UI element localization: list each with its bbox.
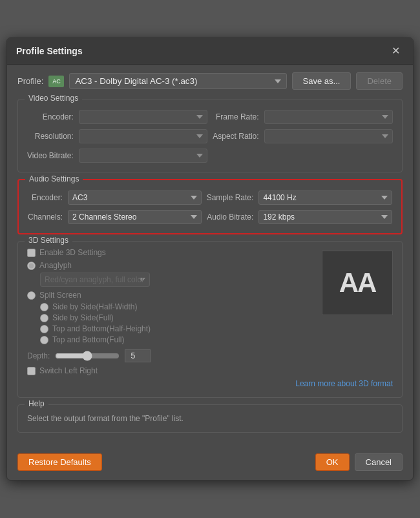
close-button[interactable]: ✕ bbox=[388, 45, 404, 57]
aspect-ratio-label: Aspect Ratio: bbox=[213, 132, 258, 141]
audio-settings-section: Audio Settings Encoder: AC3 Sample Rate:… bbox=[17, 179, 403, 234]
split-screen-radio-item: Split Screen bbox=[27, 291, 315, 300]
3d-settings-title: 3D Settings bbox=[25, 236, 72, 245]
encoder-label: Encoder: bbox=[27, 112, 74, 121]
profile-label: Profile: bbox=[17, 76, 43, 86]
top-bottom-full-radio[interactable] bbox=[40, 336, 48, 344]
frame-rate-select[interactable] bbox=[264, 110, 393, 124]
top-bottom-full-label: Top and Bottom(Full) bbox=[52, 335, 124, 344]
profile-row: Profile: AC AC3 - Dolby Digital AC-3 (*.… bbox=[17, 72, 403, 90]
anaglyph-radio-item: Anaglyph bbox=[27, 261, 315, 270]
profile-select[interactable]: AC3 - Dolby Digital AC-3 (*.ac3) bbox=[69, 73, 286, 89]
anaglyph-mode-select[interactable]: Red/cyan anaglyph, full color bbox=[40, 273, 150, 287]
switch-lr-checkbox[interactable] bbox=[27, 367, 36, 375]
depth-slider[interactable] bbox=[55, 351, 120, 361]
anaglyph-mode-row: Red/cyan anaglyph, full color bbox=[40, 273, 315, 287]
resolution-label: Resolution: bbox=[27, 132, 74, 141]
profile-settings-dialog: Profile Settings ✕ Profile: AC AC3 - Dol… bbox=[6, 37, 414, 481]
help-title: Help bbox=[25, 399, 48, 408]
footer-right: OK Cancel bbox=[315, 453, 403, 471]
audio-encoder-select[interactable]: AC3 bbox=[68, 191, 202, 205]
help-text: Select the output format from the "Profi… bbox=[27, 414, 393, 423]
top-bottom-half-item: Top and Bottom(Half-Height) bbox=[40, 324, 315, 333]
encoder-select[interactable] bbox=[79, 110, 207, 124]
frame-rate-label: Frame Rate: bbox=[213, 112, 258, 121]
save-as-button[interactable]: Save as... bbox=[292, 72, 352, 90]
anaglyph-label: Anaglyph bbox=[39, 261, 72, 270]
depth-row: Depth: bbox=[27, 349, 315, 362]
video-bitrate-select[interactable] bbox=[79, 149, 207, 163]
side-by-side-full-radio[interactable] bbox=[40, 314, 48, 322]
learn-more-row: Learn more about 3D format bbox=[27, 379, 393, 388]
delete-button[interactable]: Delete bbox=[356, 72, 403, 90]
preview-text: AA bbox=[339, 267, 376, 298]
video-bitrate-label: Video Bitrate: bbox=[27, 151, 74, 160]
video-settings-grid: Encoder: Frame Rate: Resolution: Aspect … bbox=[27, 110, 393, 163]
depth-number[interactable] bbox=[125, 349, 151, 362]
channels-label: Channels: bbox=[28, 212, 63, 222]
sample-rate-label: Sample Rate: bbox=[207, 193, 254, 202]
switch-lr-item: Switch Left Right bbox=[27, 366, 315, 375]
depth-label: Depth: bbox=[27, 351, 50, 360]
enable-3d-checkbox[interactable] bbox=[27, 249, 36, 257]
split-screen-options: Side by Side(Half-Width) Side by Side(Fu… bbox=[40, 302, 315, 344]
enable-3d-label: Enable 3D Settings bbox=[39, 248, 106, 257]
sample-rate-select[interactable]: 44100 Hz bbox=[258, 191, 392, 205]
3d-settings-section: 3D Settings Enable 3D Settings Anaglyph … bbox=[17, 241, 403, 398]
anaglyph-radio[interactable] bbox=[27, 262, 36, 270]
audio-bitrate-select[interactable]: 192 kbps bbox=[258, 210, 392, 224]
top-bottom-half-label: Top and Bottom(Half-Height) bbox=[52, 324, 151, 333]
dialog-footer: Restore Defaults OK Cancel bbox=[7, 447, 413, 480]
split-screen-label: Split Screen bbox=[39, 291, 81, 300]
dialog-title: Profile Settings bbox=[16, 46, 83, 56]
audio-settings-title: Audio Settings bbox=[25, 174, 83, 183]
3d-left: Enable 3D Settings Anaglyph Red/cyan ana… bbox=[27, 248, 315, 375]
audio-bitrate-label: Audio Bitrate: bbox=[207, 212, 254, 222]
dialog-body: Profile: AC AC3 - Dolby Digital AC-3 (*.… bbox=[7, 65, 413, 447]
learn-more-link[interactable]: Learn more about 3D format bbox=[295, 379, 393, 388]
resolution-select[interactable] bbox=[79, 129, 207, 143]
aspect-ratio-select[interactable] bbox=[264, 129, 393, 143]
enable-3d-item: Enable 3D Settings bbox=[27, 248, 315, 257]
side-by-side-full-label: Side by Side(Full) bbox=[52, 313, 114, 322]
top-bottom-full-item: Top and Bottom(Full) bbox=[40, 335, 315, 344]
channels-select[interactable]: 2 Channels Stereo bbox=[68, 210, 202, 224]
profile-icon: AC bbox=[48, 76, 64, 87]
side-by-side-half-item: Side by Side(Half-Width) bbox=[40, 302, 315, 311]
restore-defaults-button[interactable]: Restore Defaults bbox=[17, 453, 102, 471]
side-by-side-half-label: Side by Side(Half-Width) bbox=[52, 302, 137, 311]
audio-settings-grid: Encoder: AC3 Sample Rate: 44100 Hz Chann… bbox=[28, 191, 392, 224]
split-screen-radio[interactable] bbox=[27, 291, 36, 300]
3d-preview: AA bbox=[322, 251, 393, 315]
help-section: Help Select the output format from the "… bbox=[17, 404, 403, 433]
switch-lr-label: Switch Left Right bbox=[39, 366, 98, 375]
top-bottom-half-radio[interactable] bbox=[40, 325, 48, 333]
ok-button[interactable]: OK bbox=[315, 453, 350, 471]
cancel-button[interactable]: Cancel bbox=[355, 453, 403, 471]
3d-content: Enable 3D Settings Anaglyph Red/cyan ana… bbox=[27, 248, 393, 375]
side-by-side-half-radio[interactable] bbox=[40, 303, 48, 311]
title-bar: Profile Settings ✕ bbox=[7, 38, 413, 65]
audio-encoder-label: Encoder: bbox=[28, 193, 63, 202]
side-by-side-full-item: Side by Side(Full) bbox=[40, 313, 315, 322]
video-settings-title: Video Settings bbox=[25, 94, 82, 103]
video-settings-section: Video Settings Encoder: Frame Rate: Reso… bbox=[17, 99, 403, 172]
